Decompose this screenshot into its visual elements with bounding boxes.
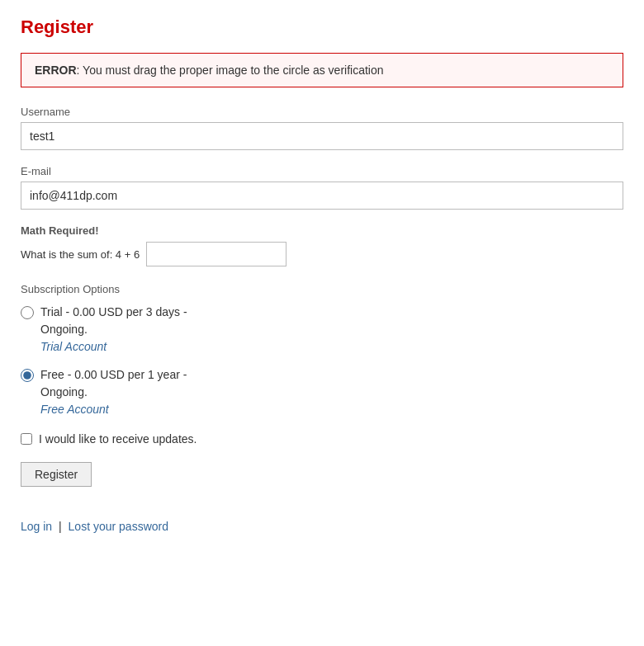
- math-section: Math Required! What is the sum of: 4 + 6: [21, 224, 623, 266]
- subscription-free-text: Free - 0.00 USD per 1 year -Ongoing.: [40, 366, 187, 401]
- register-button[interactable]: Register: [21, 462, 92, 487]
- username-group: Username: [21, 106, 623, 150]
- subscription-label: Subscription Options: [21, 283, 623, 295]
- subscription-free-radio[interactable]: [21, 369, 34, 382]
- math-question-row: What is the sum of: 4 + 6: [21, 242, 623, 266]
- link-separator: |: [59, 520, 62, 533]
- error-box: ERROR: You must drag the proper image to…: [21, 53, 623, 87]
- trial-account-link[interactable]: Trial Account: [40, 340, 623, 353]
- email-group: E-mail: [21, 165, 623, 210]
- subscription-option-free: Free - 0.00 USD per 1 year -Ongoing. Fre…: [21, 366, 623, 416]
- subscription-trial-text: Trial - 0.00 USD per 3 days -Ongoing.: [40, 304, 187, 338]
- subscription-section: Subscription Options Trial - 0.00 USD pe…: [21, 283, 623, 416]
- math-question-text: What is the sum of: 4 + 6: [21, 248, 140, 261]
- email-label: E-mail: [21, 165, 623, 177]
- math-answer-input[interactable]: [146, 242, 286, 266]
- subscription-trial-row: Trial - 0.00 USD per 3 days -Ongoing.: [21, 304, 623, 338]
- lost-password-link[interactable]: Lost your password: [69, 520, 168, 533]
- subscription-trial-radio[interactable]: [21, 306, 34, 319]
- email-input[interactable]: [21, 182, 623, 210]
- username-label: Username: [21, 106, 623, 118]
- subscription-option-trial: Trial - 0.00 USD per 3 days -Ongoing. Tr…: [21, 304, 623, 353]
- updates-checkbox[interactable]: [21, 433, 32, 445]
- username-input[interactable]: [21, 122, 623, 150]
- login-link[interactable]: Log in: [21, 520, 52, 533]
- register-button-wrapper: Register: [21, 462, 623, 507]
- free-account-link[interactable]: Free Account: [40, 403, 623, 416]
- updates-label: I would like to receive updates.: [39, 432, 197, 446]
- subscription-free-row: Free - 0.00 USD per 1 year -Ongoing.: [21, 366, 623, 401]
- error-message: : You must drag the proper image to the …: [77, 64, 384, 77]
- page-title: Register: [21, 17, 623, 38]
- bottom-links: Log in | Lost your password: [21, 520, 623, 533]
- error-prefix: ERROR: [35, 64, 77, 77]
- updates-row: I would like to receive updates.: [21, 432, 623, 446]
- math-section-label: Math Required!: [21, 224, 623, 237]
